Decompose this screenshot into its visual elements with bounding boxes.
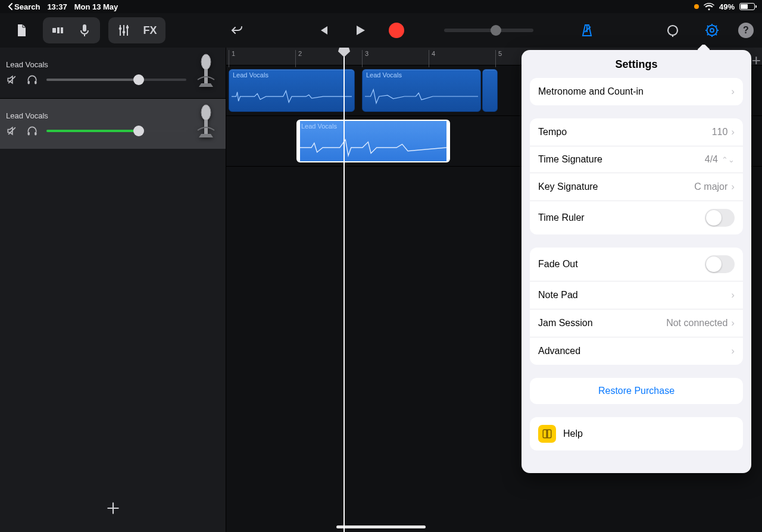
record-button[interactable]: [383, 20, 410, 41]
bar-marker: 5: [495, 50, 502, 67]
settings-notepad-row[interactable]: Note Pad ›: [530, 281, 743, 309]
chevron-right-icon: ›: [731, 126, 735, 138]
tracks-view-button[interactable]: [45, 20, 71, 41]
updown-icon: ⌃⌄: [722, 155, 735, 164]
wifi-icon: [704, 3, 714, 11]
fadeout-toggle[interactable]: [705, 255, 735, 273]
headphones-icon[interactable]: [26, 74, 38, 86]
svg-rect-0: [52, 28, 56, 33]
undo-button[interactable]: [224, 20, 250, 41]
settings-button[interactable]: [699, 20, 725, 41]
chevron-right-icon: ›: [731, 181, 735, 193]
transport-controls: [310, 20, 410, 41]
settings-popover: Settings Metronome and Count-in › Tempo …: [521, 50, 751, 473]
book-icon: [538, 425, 556, 443]
audio-region[interactable]: [482, 69, 498, 112]
playhead[interactable]: [343, 48, 345, 532]
settings-keysig-row[interactable]: Key Signature C major›: [530, 173, 743, 201]
track-volume-slider[interactable]: [46, 79, 186, 81]
track-instrument-icon: [192, 52, 220, 94]
region-label: Lead Vocals: [301, 123, 337, 130]
track-name: Lead Vocals: [6, 60, 186, 69]
chevron-right-icon: ›: [731, 86, 735, 98]
audio-region[interactable]: Lead Vocals: [362, 69, 481, 112]
back-label: Search: [14, 2, 40, 11]
svg-point-8: [707, 26, 717, 36]
master-volume-slider[interactable]: [444, 29, 533, 32]
help-button[interactable]: ?: [738, 23, 754, 38]
fx-button[interactable]: FX: [137, 20, 163, 41]
microphone-icon: [77, 23, 92, 37]
skip-back-icon: [316, 23, 330, 37]
chevron-right-icon: ›: [731, 289, 735, 301]
settings-tempo-row[interactable]: Tempo 110›: [530, 118, 743, 146]
bar-marker: 4: [429, 50, 435, 67]
track-volume-slider[interactable]: [46, 130, 186, 132]
settings-title: Settings: [521, 50, 751, 78]
plus-icon: [105, 500, 121, 516]
mic-view-button[interactable]: [71, 20, 98, 41]
chevron-left-icon: [7, 3, 13, 10]
settings-metronome-row[interactable]: Metronome and Count-in ›: [530, 78, 743, 105]
settings-timeruler-row[interactable]: Time Ruler: [530, 201, 743, 234]
svg-rect-15: [35, 132, 36, 135]
status-time: 13:37: [47, 2, 67, 11]
bar-marker: 2: [295, 50, 302, 67]
mute-icon[interactable]: [6, 125, 18, 137]
status-bar: Search 13:37 Mon 13 May 49%: [0, 0, 762, 13]
record-icon: [389, 23, 404, 38]
restore-purchase-button[interactable]: Restore Purchase: [530, 378, 743, 404]
bar-marker: 3: [362, 50, 368, 67]
workspace: Lead Vocals Lead Vocals: [0, 48, 762, 532]
view-switcher: [43, 17, 100, 43]
mute-icon[interactable]: [6, 74, 18, 86]
svg-rect-10: [28, 81, 30, 85]
add-track-button[interactable]: [0, 484, 226, 532]
waveform-icon: [300, 136, 446, 159]
back-to-search[interactable]: Search: [7, 2, 40, 11]
question-icon: ?: [743, 25, 749, 36]
svg-point-6: [126, 26, 129, 29]
track-controls-button[interactable]: [111, 20, 137, 41]
track-row[interactable]: Lead Vocals: [0, 98, 226, 149]
region-label: Lead Vocals: [233, 71, 268, 79]
metronome-button[interactable]: [574, 20, 600, 41]
timeruler-toggle[interactable]: [705, 209, 735, 227]
document-icon: [14, 23, 29, 37]
track-row[interactable]: Lead Vocals: [0, 48, 226, 98]
track-instrument-icon: [192, 103, 220, 145]
svg-rect-1: [57, 27, 60, 33]
settings-help-row[interactable]: Help: [530, 417, 743, 450]
loop-browser-button[interactable]: [660, 20, 686, 41]
battery-percent: 49%: [719, 2, 735, 11]
add-section-button[interactable]: +: [752, 51, 761, 70]
bar-marker: 1: [229, 50, 235, 67]
loop-icon: [666, 23, 680, 37]
chevron-right-icon: ›: [731, 317, 735, 329]
track-name: Lead Vocals: [6, 111, 186, 120]
headphones-icon[interactable]: [26, 125, 38, 137]
svg-point-5: [123, 31, 126, 34]
settings-advanced-row[interactable]: Advanced ›: [530, 337, 743, 365]
mic-indicator-dot: [694, 4, 699, 9]
main-toolbar: FX ?: [0, 13, 762, 48]
go-to-start-button[interactable]: [310, 20, 336, 41]
my-songs-button[interactable]: [8, 20, 35, 41]
waveform-icon: [232, 85, 352, 108]
svg-point-16: [201, 105, 211, 120]
battery-icon: [739, 3, 755, 10]
svg-rect-3: [83, 24, 86, 32]
audio-region[interactable]: Lead Vocals: [229, 69, 355, 112]
home-indicator[interactable]: [336, 525, 426, 528]
settings-timesig-row[interactable]: Time Signature 4/4⌃⌄: [530, 146, 743, 173]
settings-jam-row[interactable]: Jam Session Not connected›: [530, 309, 743, 337]
svg-point-4: [119, 27, 122, 30]
audio-region-selected[interactable]: Lead Vocals: [296, 120, 450, 162]
svg-point-7: [668, 26, 677, 35]
tracks-icon: [51, 23, 65, 37]
metronome-icon: [580, 23, 594, 37]
gear-icon: [705, 23, 719, 37]
chevron-right-icon: ›: [731, 345, 735, 357]
settings-fadeout-row[interactable]: Fade Out: [530, 248, 743, 281]
play-button[interactable]: [346, 20, 373, 41]
